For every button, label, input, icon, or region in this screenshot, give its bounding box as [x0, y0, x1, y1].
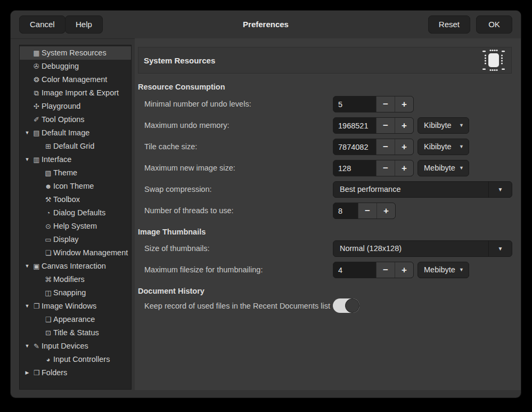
swap-compression-combo[interactable]: Best performance ▼ [333, 181, 512, 198]
canvas-icon: ▣ [32, 260, 41, 273]
undo-memory-input[interactable] [333, 118, 376, 133]
new-image-size-unit-dropdown[interactable]: Mebibyte ▼ [418, 160, 469, 176]
sidebar-item-label: Image Windows [42, 302, 96, 310]
sidebar-item-label: Toolbox [53, 195, 80, 204]
sidebar-item-input-controllers[interactable]: ◕Input Controllers [20, 353, 131, 366]
increment-button[interactable]: + [395, 139, 413, 155]
preferences-dialog: Cancel Help Preferences Reset OK ▦System… [11, 11, 521, 398]
sidebar-item-help-system[interactable]: ⊙Help System [20, 220, 131, 233]
ok-button[interactable]: OK [476, 15, 512, 34]
section-title-resource-consumption: Resource Consumption [138, 82, 225, 92]
tile-cache-input[interactable] [333, 139, 376, 155]
sidebar-item-label: Input Controllers [53, 355, 110, 363]
sidebar-item-window-management[interactable]: ❏Window Management [20, 246, 131, 260]
threads-label: Number of threads to use: [144, 203, 234, 219]
sidebar-item-modifiers[interactable]: ⌘Modifiers [20, 273, 131, 286]
expander-open-icon[interactable]: ▼ [23, 126, 31, 140]
sidebar-item-tool-options[interactable]: ✐Tool Options [20, 113, 131, 126]
sidebar-item-label: Folders [42, 368, 67, 377]
sidebar-item-image-import-export[interactable]: ⧉Image Import & Export [20, 86, 131, 100]
threads-input[interactable] [333, 203, 358, 219]
decrement-button[interactable]: − [376, 160, 395, 176]
threads-spinner: − + [333, 203, 396, 219]
sidebar-item-canvas-interaction[interactable]: ▼ ▣Canvas Interaction [20, 260, 131, 273]
tile-cache-unit-dropdown[interactable]: Kibibyte ▼ [418, 139, 469, 155]
sidebar-item-system-resources[interactable]: ▦System Resources [20, 46, 131, 60]
undo-levels-input[interactable] [333, 96, 376, 112]
sidebar-item-label: Modifiers [53, 275, 85, 284]
thumbnail-size-label: Size of thumbnails: [144, 240, 210, 257]
sidebar-item-label: Help System [53, 222, 97, 230]
chevron-down-icon: ▼ [459, 118, 464, 133]
thumbnail-filesize-input[interactable] [333, 262, 376, 278]
unit-value: Mebibyte [424, 262, 455, 278]
help-button[interactable]: Help [65, 15, 103, 34]
expander-open-icon[interactable]: ▼ [23, 260, 31, 273]
sidebar-item-dialog-defaults[interactable]: ◔Dialog Defaults [20, 206, 131, 220]
sidebar-item-toolbox[interactable]: ⚒Toolbox [20, 193, 131, 206]
folders-icon: ❒ [32, 366, 41, 379]
increment-button[interactable]: + [395, 262, 413, 278]
section-title-document-history: Document History [138, 286, 204, 296]
expander-closed-icon[interactable]: ▶ [23, 366, 31, 379]
sidebar-item-snapping[interactable]: ◫Snapping [20, 286, 131, 300]
combo-value: Best performance [333, 182, 488, 197]
undo-levels-spinner: − + [333, 96, 414, 112]
decrement-button[interactable]: − [376, 262, 395, 278]
help-system-icon: ⊙ [44, 220, 53, 233]
decrement-button[interactable]: − [376, 139, 395, 155]
sidebar-item-folders[interactable]: ▶ ❒Folders [20, 366, 131, 379]
input-controllers-icon: ◕ [44, 353, 53, 366]
sidebar-item-display[interactable]: ▭Display [20, 233, 131, 246]
cancel-button[interactable]: Cancel [19, 15, 66, 34]
sidebar-item-color-management[interactable]: ❂Color Management [20, 73, 131, 86]
sidebar-item-label: Color Management [42, 75, 107, 84]
image-icon: ▤ [32, 126, 41, 140]
sidebar-item-appearance[interactable]: ❑Appearance [20, 313, 131, 326]
expander-open-icon[interactable]: ▼ [23, 153, 31, 166]
increment-button[interactable]: + [395, 160, 413, 176]
decrement-button[interactable]: − [376, 118, 395, 133]
sidebar-item-title-status[interactable]: ⊡Title & Status [20, 326, 131, 340]
increment-button[interactable]: + [377, 203, 395, 219]
chevron-down-icon: ▼ [488, 182, 512, 197]
sidebar-item-image-windows[interactable]: ▼ ❐Image Windows [20, 300, 131, 313]
sidebar-item-playground[interactable]: ✣Playground [20, 100, 131, 113]
expander-open-icon[interactable]: ▼ [23, 300, 31, 313]
sidebar-item-input-devices[interactable]: ▼ ✎Input Devices [20, 340, 131, 353]
chevron-down-icon: ▼ [459, 139, 464, 155]
display-icon: ▭ [44, 233, 53, 246]
cpu-icon: ▦ [32, 46, 41, 60]
keep-record-toggle[interactable] [333, 298, 359, 313]
sidebar-item-default-image[interactable]: ▼ ▤Default Image [20, 126, 131, 140]
sidebar-item-label: Appearance [53, 315, 95, 324]
sidebar-item-label: Default Image [42, 128, 89, 137]
sidebar-item-label: Playground [42, 102, 80, 110]
undo-memory-unit-dropdown[interactable]: Kibibyte ▼ [418, 117, 469, 134]
sidebar-item-debugging[interactable]: ✇Debugging [20, 60, 131, 73]
unit-value: Mebibyte [424, 160, 455, 176]
increment-button[interactable]: + [395, 118, 413, 133]
color-circles-icon: ❂ [32, 73, 41, 86]
decrement-button[interactable]: − [376, 96, 395, 112]
reset-button[interactable]: Reset [428, 15, 470, 34]
new-image-size-input[interactable] [333, 160, 376, 176]
import-export-icon: ⧉ [32, 86, 41, 100]
thumbnail-filesize-unit-dropdown[interactable]: Mebibyte ▼ [418, 262, 469, 278]
sidebar-item-label: Tool Options [42, 115, 85, 124]
windows-icon: ❏ [44, 246, 53, 260]
expander-open-icon[interactable]: ▼ [23, 340, 31, 353]
combo-value: Normal (128x128) [333, 241, 488, 256]
sidebar-item-theme[interactable]: ▧Theme [20, 166, 131, 180]
cpu-chip-icon [481, 49, 506, 72]
new-image-size-label: Maximum new image size: [144, 160, 235, 176]
chevron-down-icon: ▼ [459, 262, 464, 278]
thumbnail-size-combo[interactable]: Normal (128x128) ▼ [333, 240, 512, 257]
sidebar-item-label: Input Devices [42, 342, 88, 350]
increment-button[interactable]: + [395, 96, 413, 112]
sidebar-item-interface[interactable]: ▼ ▥Interface [20, 153, 131, 166]
sidebar-item-icon-theme[interactable]: ☻Icon Theme [20, 180, 131, 193]
sidebar-item-default-grid[interactable]: ⊞Default Grid [20, 140, 131, 153]
sidebar-item-label: System Resources [42, 49, 107, 57]
decrement-button[interactable]: − [358, 203, 377, 219]
